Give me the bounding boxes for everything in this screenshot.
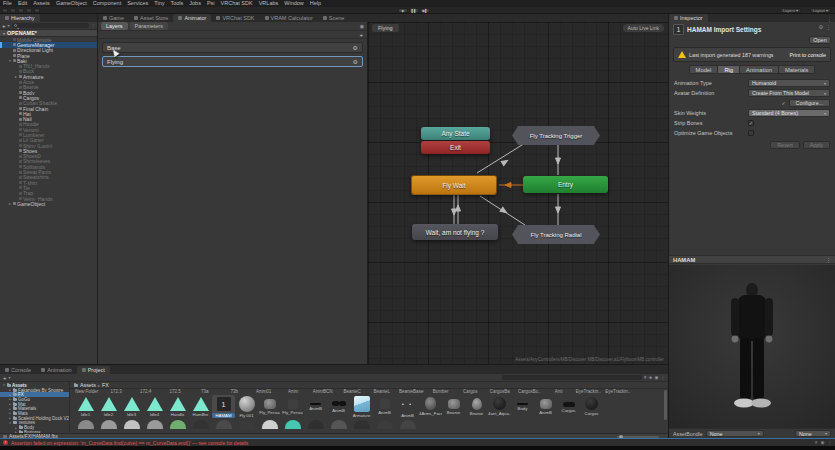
more-options-icon[interactable]: ⋮ (826, 24, 831, 30)
state-node-exit[interactable]: Exit (421, 141, 490, 154)
animator-layer[interactable]: Flying ⚙ (102, 56, 363, 67)
state-node-any-state[interactable]: Any State (421, 127, 490, 140)
asset-label[interactable]: CargosBa (485, 389, 515, 394)
pause-button[interactable]: ▌▌ (409, 8, 419, 13)
menu-item[interactable]: Edit (15, 0, 30, 7)
menu-item[interactable]: Window (281, 0, 307, 7)
layers-tab[interactable]: Layers (101, 22, 128, 30)
state-machine-graph[interactable]: Any State Exit Fly Tracking Trigger Fly … (368, 22, 668, 364)
gear-icon[interactable]: ⚙ (353, 44, 358, 51)
material-sphere[interactable] (216, 420, 232, 429)
more-options-icon[interactable]: ⋮ (827, 16, 835, 22)
state-node-entry[interactable]: Entry (523, 176, 608, 193)
expand-arrow-icon[interactable]: ▸ (14, 426, 18, 430)
asset-label[interactable]: BeanieBase (397, 389, 427, 394)
state-node-fly-tracking-trigger[interactable]: Fly Tracking Trigger (512, 126, 600, 145)
eye-icon[interactable]: ◉ (360, 23, 364, 29)
material-sphere[interactable] (147, 420, 163, 429)
editor-tab[interactable]: Game (98, 14, 129, 22)
asset-item[interactable]: Beanie (465, 395, 488, 418)
bottom-tab[interactable]: Console (0, 366, 36, 374)
asset-item[interactable]: Idle4 (143, 395, 166, 418)
asset-label[interactable]: 172.5 (161, 389, 191, 394)
progress-icon[interactable]: ≡ (815, 440, 818, 445)
asset-item[interactable]: 4ant_Aqua.. (488, 395, 511, 418)
asset-item[interactable]: Fly_Persia (281, 395, 304, 418)
collab-icon[interactable]: ◉ (821, 440, 825, 445)
optimize-game-objects-checkbox[interactable] (748, 130, 754, 136)
gear-icon[interactable]: ⚙ (819, 24, 823, 30)
state-node-fly-wait[interactable]: Fly Wait (411, 175, 497, 195)
expand-arrow-icon[interactable]: ▸ (8, 416, 12, 420)
pan-tool-icon[interactable] (2, 8, 8, 13)
asset-label[interactable]: BeanieL (367, 389, 397, 394)
expand-arrow-icon[interactable]: ▸ (8, 202, 12, 206)
scale-tool-icon[interactable] (26, 8, 32, 13)
skin-weights-dropdown[interactable]: Standard (4 Bones) ▾ (748, 109, 830, 117)
asset-item[interactable]: Handle (166, 395, 189, 418)
print-to-console-link[interactable]: Print to console (789, 52, 826, 58)
avatar-definition-dropdown[interactable]: Create From This Model ▾ (748, 89, 830, 97)
asset-label[interactable]: 172.3 (102, 389, 132, 394)
expand-arrow-icon[interactable]: ▸ (8, 402, 12, 406)
add-object-button[interactable]: + (2, 23, 6, 29)
asset-label[interactable]: Anim01 (249, 389, 279, 394)
asset-label[interactable]: Cargos (456, 389, 486, 394)
material-sphere[interactable] (239, 420, 255, 429)
breadcrumb-root[interactable]: Assets (80, 382, 96, 388)
asset-item[interactable]: HamBre (189, 395, 212, 418)
asset-label[interactable]: New Folder (72, 389, 102, 394)
more-options-icon[interactable]: ⋮ (826, 257, 831, 263)
asset-label[interactable]: CargosBo.. (515, 389, 545, 394)
animator-layer[interactable]: Base ⚙ (102, 42, 363, 53)
editor-tab[interactable]: Animator (173, 14, 211, 22)
asset-label[interactable]: EyeTrackin.. (574, 389, 604, 394)
editor-tab[interactable]: Asset Store (129, 14, 173, 22)
add-layer-button[interactable]: + (359, 32, 363, 38)
menu-item[interactable]: Services (124, 0, 151, 7)
console-icon[interactable]: ⋮ (828, 440, 833, 445)
menu-item[interactable]: VRChat SDK (218, 0, 256, 7)
expand-arrow-icon[interactable]: ▾ (8, 59, 12, 63)
import-mode-tab[interactable]: Materials (779, 65, 816, 74)
material-sphere[interactable] (262, 420, 278, 429)
menu-item[interactable]: File (0, 0, 15, 7)
asset-item[interactable]: Armature (350, 395, 373, 418)
layers-dropdown[interactable]: Layers ▾ (780, 8, 801, 13)
grid-scrollbar[interactable] (664, 390, 667, 420)
asset-label[interactable]: AnimBCN (308, 389, 338, 394)
material-sphere[interactable] (308, 420, 324, 429)
hierarchy-search-input[interactable] (12, 23, 89, 28)
model-preview[interactable] (669, 265, 835, 428)
tab-hierarchy[interactable]: Hierarchy (0, 14, 40, 22)
material-sphere[interactable] (124, 420, 140, 429)
rotate-tool-icon[interactable] (18, 8, 24, 13)
bottom-tab[interactable]: Animation (36, 366, 76, 374)
chevron-down-icon[interactable]: ▾ (3, 31, 5, 36)
asset-item[interactable]: Cargos (557, 395, 580, 418)
menu-item[interactable]: GameObject (53, 0, 90, 7)
state-node-wait-am-not-flying[interactable]: Wait, am not flying ? (412, 224, 498, 240)
material-sphere[interactable] (400, 420, 416, 429)
material-sphere[interactable] (331, 420, 347, 429)
gear-icon[interactable]: ⚙ (353, 58, 358, 65)
breadcrumb-current[interactable]: FX (102, 382, 109, 388)
tab-inspector[interactable]: Inspector (669, 14, 708, 22)
asset-item[interactable]: AnimB (304, 395, 327, 418)
import-mode-tab[interactable]: Rig (718, 65, 740, 74)
asset-item[interactable]: Beanie (442, 395, 465, 418)
asset-label[interactable]: 73b (220, 389, 250, 394)
more-options-icon[interactable]: ⋮ (91, 23, 95, 28)
asset-label[interactable]: Bomber (426, 389, 456, 394)
menu-item[interactable]: Tools (167, 0, 186, 7)
rect-tool-icon[interactable] (34, 8, 40, 13)
expand-arrow-icon[interactable]: ▸ (8, 393, 12, 397)
menu-item[interactable]: Help (307, 0, 324, 7)
expand-arrow-icon[interactable]: ▸ (14, 75, 18, 79)
expand-arrow-icon[interactable]: ▸ (8, 407, 12, 411)
expand-arrow-icon[interactable]: ▸ (8, 397, 12, 401)
move-tool-icon[interactable] (10, 8, 16, 13)
asset-label[interactable]: Anti (544, 389, 574, 394)
material-sphere[interactable] (285, 420, 301, 429)
state-node-fly-tracking-radial[interactable]: Fly Tracking Radial (512, 225, 600, 244)
